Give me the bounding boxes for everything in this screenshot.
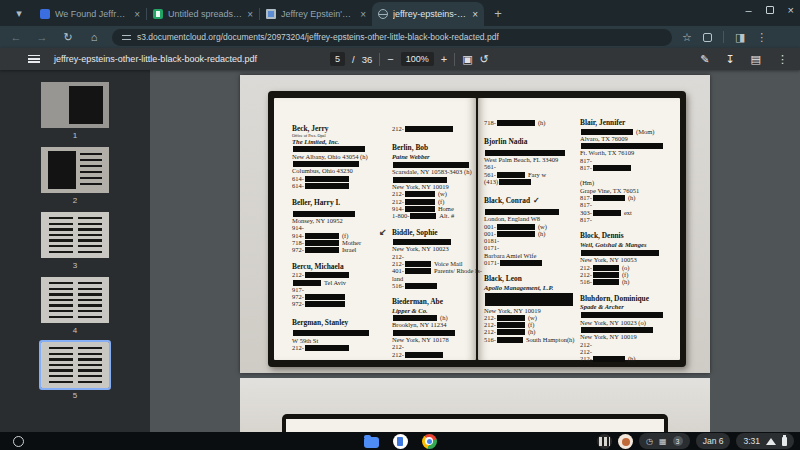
side-panel-icon[interactable]: ◨ [735,31,745,44]
book-entry-line: 718-Mother [292,239,388,246]
chrome-app-icon[interactable] [422,434,437,449]
book-entry-line: Paine Webber [392,153,476,160]
tab-close-icon[interactable]: × [247,9,253,20]
screenshot-notification-icon[interactable] [597,434,612,449]
tab-pdf-active[interactable]: jeffrey-epsteins-other-little-bla × [372,2,484,26]
book-entry-line [392,176,476,183]
pdf-divider [454,53,455,66]
page-1-label: 1 [73,131,77,140]
new-tab-button[interactable]: + [488,3,508,23]
zoom-in-icon[interactable]: + [441,53,447,65]
thumbnail-page-3[interactable]: 3 [41,212,109,270]
pdf-page-6-scan-partial [240,378,710,432]
book-entry-line: 614- [292,182,388,189]
book-entry-line: Bluhdorn, Dominique [580,295,672,304]
bookmark-star-icon[interactable]: ☆ [682,31,692,44]
book-entry-line: Block, Dennis [580,232,672,241]
redaction-bar [497,337,523,343]
book-entry-line: Scarsdale, NY 10583-3403 (h) [392,168,476,175]
book-entry-line: New York, NY 10023 (o) [580,319,672,326]
home-icon[interactable]: ⌂ [86,31,102,43]
page-1-thumbnail[interactable] [41,82,109,128]
book-entry-line: 1-800-Alt. # [392,212,476,219]
redaction-bar [593,279,619,285]
tab-other-little-black-book[interactable]: Jeffrey Epstein's Other Little Bl × [260,2,372,26]
reload-icon[interactable]: ↻ [60,31,76,44]
book-entry-line: Biederman, Abe [392,298,476,307]
book-entry-line: Monsey, NY 10952 [292,217,388,224]
book-entry-line: 212-(f) [484,321,576,328]
tab-search-chevron-icon[interactable]: ▾ [6,2,32,24]
date-pill[interactable]: Jan 6 [696,433,731,449]
thumbnail-page-1[interactable]: 1 [41,82,109,140]
minimize-button[interactable]: – [745,4,751,16]
fit-page-icon[interactable]: ▣ [462,53,472,66]
thumbnail-page-5[interactable]: 5 [41,342,109,400]
page-4-thumbnail[interactable] [41,277,109,323]
pdf-viewer[interactable]: Beck, JerryOffice of Pres. OpalThe Limit… [150,70,800,432]
close-window-button[interactable]: × [788,4,794,16]
redaction-bar [293,280,321,286]
redaction-bar [405,199,435,205]
address-bar[interactable]: s3.documentcloud.org/documents/20973204/… [112,29,672,46]
extensions-icon[interactable] [703,33,712,42]
date-label: Jan 6 [703,436,724,446]
book-entry-line: London, England W8 [484,215,576,222]
chromeos-shelf: ◷ ▦ 3 Jan 6 3:31 [0,432,800,450]
annotate-icon[interactable]: ✎ [700,53,709,66]
page-number-input[interactable]: 5 [330,52,345,66]
redaction-bar [497,120,535,126]
tab-strip: ▾ We Found Jeffrey Epstein's Oth × Untit… [0,0,800,26]
redaction-bar [593,265,619,271]
battery-icon [782,437,787,446]
restore-button[interactable] [766,6,774,14]
redaction-bar [405,206,435,212]
thumbnail-page-2[interactable]: 2 [41,147,109,205]
notification-pill[interactable]: ◷ ▦ 3 [639,433,690,449]
files-app-icon[interactable] [364,437,379,448]
redaction-bar [593,272,619,278]
book-entry-line: Bercu, Michaela [292,263,388,272]
forward-icon[interactable]: → [34,31,50,43]
status-tray: ◷ ▦ 3 Jan 6 3:31 [597,433,794,449]
book-entry-line: Lipper & Co. [392,307,476,314]
pdf-more-menu-icon[interactable]: ⋮ [777,53,788,66]
book-entry-line: 561-Fary w [484,171,576,178]
book-entry-line: 212-(f) [392,198,476,205]
thumbnail-page-4[interactable]: 4 [41,277,109,335]
right-page-column-a: 718-(h)Bjorlin NadiaWest Palm Beach, FL … [484,119,576,343]
tab-close-icon[interactable]: × [134,9,140,20]
docs-app-icon[interactable] [393,434,408,449]
tab-we-found-epstein[interactable]: We Found Jeffrey Epstein's Oth × [34,2,146,26]
redaction-bar [393,239,451,245]
tab-close-icon[interactable]: × [360,9,366,20]
page-2-thumbnail[interactable] [41,147,109,193]
zoom-level[interactable]: 100% [401,52,434,66]
redaction-bar [499,179,531,185]
back-icon[interactable]: ← [8,31,24,43]
book-entry-line: West Palm Beach, FL 33409 [484,156,576,163]
page-3-thumbnail[interactable] [41,212,109,258]
book-entry-line: 001-(w) [484,223,576,230]
book-entry-line: 516-South Hampton(h) [484,336,576,343]
browser-menu-icon[interactable]: ⋮ [756,31,767,44]
avatar-notification-icon[interactable] [618,434,633,449]
tab-close-icon[interactable]: × [472,9,478,20]
download-icon[interactable]: ↧ [725,53,734,66]
rotate-icon[interactable]: ↺ [480,53,489,66]
tab-untitled-spreadsheet[interactable]: Untitled spreadsheet - Google S × [147,2,259,26]
pdf-menu-icon[interactable] [28,55,40,63]
site-info-icon[interactable] [122,34,131,41]
page-3-label: 3 [73,261,77,270]
zoom-out-icon[interactable]: − [387,53,393,65]
book-entry-line: Blair, Jennifer [580,119,672,128]
status-area[interactable]: 3:31 [736,433,794,449]
right-page-column-b: Blair, Jennifer(Mom)Alvaro, TX 76009Ft. … [580,119,672,363]
redaction-bar [393,315,437,321]
redaction-bar [305,233,339,239]
redaction-bar [581,143,663,149]
page-5-thumbnail-selected[interactable] [41,342,109,388]
redaction-bar [485,209,559,215]
page-separator: / [352,54,355,65]
print-icon[interactable]: ▤ [751,53,761,66]
